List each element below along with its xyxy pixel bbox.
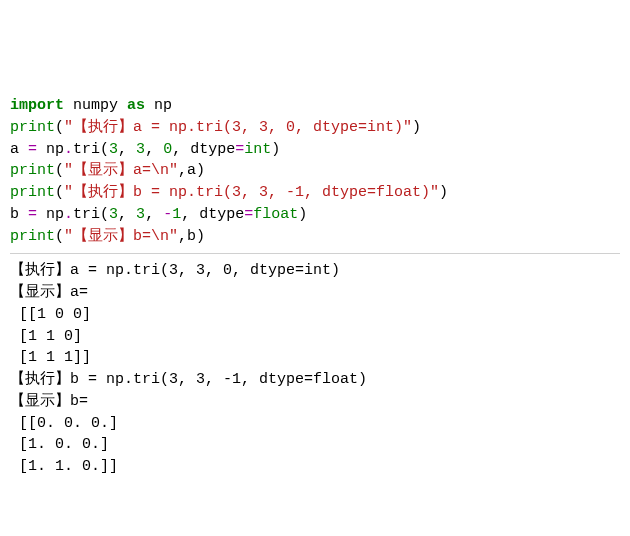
comma-dtype: , dtype [172,141,235,158]
module-name: numpy [73,97,118,114]
args-tail: ,b) [178,228,205,245]
output-line: 【显示】a= [10,284,88,301]
num-literal: 0 [163,141,172,158]
paren-open: ( [55,162,64,179]
string-literal: "【执行】a = np.tri(3, 3, 0, dtype=int)" [64,119,412,136]
paren-open: ( [55,228,64,245]
assign-op: = [28,206,37,223]
string-literal: "【执行】b = np.tri(3, 3, -1, dtype=float)" [64,184,439,201]
num-literal: 3 [109,141,118,158]
paren-open: ( [55,119,64,136]
code-line-4: print("【显示】a=\n",a) [10,162,205,179]
code-line-7: print("【显示】b=\n",b) [10,228,205,245]
dot-op: . [64,206,73,223]
paren-close: ) [412,119,421,136]
comma: , [118,141,136,158]
builtin-print: print [10,162,55,179]
output-line: [1 1 0] [10,328,82,345]
output-line: [1 1 1]] [10,349,91,366]
builtin-print: print [10,184,55,201]
var-b: b [10,206,28,223]
code-line-6: b = np.tri(3, 3, -1, dtype=float) [10,206,307,223]
np-ref: np [37,141,64,158]
assign-op: = [28,141,37,158]
comma-dtype: , dtype [181,206,244,223]
fn-tri: tri( [73,206,109,223]
assign-op: = [235,141,244,158]
num-literal: 3 [136,141,145,158]
builtin-int: int [244,141,271,158]
output-line: [[1 0 0] [10,306,91,323]
alias-name: np [154,97,172,114]
dot-op: . [64,141,73,158]
comma: , [118,206,136,223]
paren-close: ) [271,141,280,158]
var-a: a [10,141,28,158]
builtin-print: print [10,119,55,136]
builtin-float: float [253,206,298,223]
output-line: 【执行】b = np.tri(3, 3, -1, dtype=float) [10,371,367,388]
assign-op: = [244,206,253,223]
code-line-1: import numpy as np [10,97,172,114]
paren-close: ) [298,206,307,223]
code-line-2: print("【执行】a = np.tri(3, 3, 0, dtype=int… [10,119,421,136]
args-tail: ,a) [178,162,205,179]
keyword-as: as [127,97,145,114]
np-ref: np [37,206,64,223]
code-line-5: print("【执行】b = np.tri(3, 3, -1, dtype=fl… [10,184,448,201]
string-literal: "【显示】b=\n" [64,228,178,245]
code-block: import numpy as np print("【执行】a = np.tri… [10,95,620,254]
output-line: [1. 0. 0.] [10,436,109,453]
num-literal: 3 [109,206,118,223]
comma: , [145,141,163,158]
output-line: 【显示】b= [10,393,88,410]
output-line: 【执行】a = np.tri(3, 3, 0, dtype=int) [10,262,340,279]
output-line: [[0. 0. 0.] [10,415,118,432]
fn-tri: tri( [73,141,109,158]
output-block: 【执行】a = np.tri(3, 3, 0, dtype=int) 【显示】a… [10,260,620,478]
code-line-3: a = np.tri(3, 3, 0, dtype=int) [10,141,280,158]
paren-close: ) [439,184,448,201]
builtin-print: print [10,228,55,245]
output-line: [1. 1. 0.]] [10,458,118,475]
num-literal: 1 [172,206,181,223]
minus-op: - [163,206,172,223]
keyword-import: import [10,97,64,114]
num-literal: 3 [136,206,145,223]
comma: , [145,206,163,223]
paren-open: ( [55,184,64,201]
string-literal: "【显示】a=\n" [64,162,178,179]
